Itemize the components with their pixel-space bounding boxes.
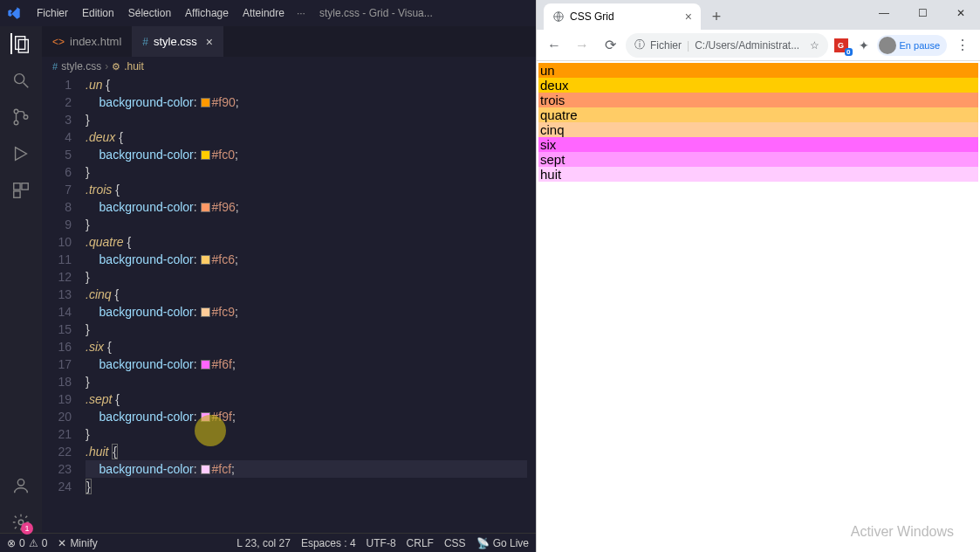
close-tab-icon[interactable]: × [685, 10, 692, 24]
grid-row-deux: deux [538, 78, 978, 93]
svg-point-2 [15, 74, 24, 84]
css-file-icon: # [142, 36, 148, 48]
grid-row-quatre: quatre [538, 107, 978, 122]
bookmark-star-icon[interactable]: ☆ [810, 39, 819, 52]
back-button[interactable]: ← [542, 33, 566, 58]
run-debug-icon[interactable] [10, 143, 31, 164]
grid-row-sept: sept [538, 152, 978, 167]
html-file-icon: <> [52, 36, 65, 48]
settings-icon[interactable] [10, 512, 31, 533]
address-bar[interactable]: ⓘ Fichier | C:/Users/Administrat... ☆ [626, 33, 828, 58]
grid-row-un: un [538, 63, 978, 78]
svg-rect-8 [22, 183, 28, 190]
svg-point-4 [14, 109, 18, 114]
extension-icon[interactable]: G [834, 38, 848, 52]
avatar-icon [879, 37, 896, 54]
menu-overflow[interactable]: ··· [297, 7, 305, 19]
address-text: C:/Users/Administrat... [695, 39, 799, 52]
status-lang[interactable]: CSS [444, 537, 466, 549]
grid-row-six: six [538, 137, 978, 152]
status-golive[interactable]: 📡 Go Live [476, 537, 529, 549]
status-indent[interactable]: Espaces : 4 [301, 537, 356, 549]
profile-label: En pause [900, 40, 940, 51]
menu-edition[interactable]: Edition [75, 7, 121, 19]
svg-point-6 [24, 115, 28, 120]
vscode-window: FichierEditionSélectionAffichageAtteindr… [0, 0, 536, 552]
globe-icon [552, 10, 565, 23]
menu-fichier[interactable]: Fichier [30, 7, 75, 19]
explorer-icon[interactable] [10, 33, 31, 54]
chrome-menu-button[interactable]: ⋮ [950, 37, 975, 53]
code-editor[interactable]: 123456789101112131415161718192021222324 … [42, 76, 536, 533]
accounts-icon[interactable] [10, 475, 31, 496]
editor-tab-index.html[interactable]: <>index.html [42, 26, 132, 57]
status-eol[interactable]: CRLF [407, 537, 434, 549]
breadcrumb-selector: .huit [124, 60, 144, 72]
css-file-icon: # [52, 61, 58, 72]
menu-atteindre[interactable]: Atteindre [236, 7, 291, 19]
close-window-button[interactable]: ✕ [942, 0, 980, 26]
status-errors[interactable]: ⊗ 0 ⚠ 0 [7, 537, 47, 549]
menu-affichage[interactable]: Affichage [178, 7, 236, 19]
svg-rect-9 [14, 191, 20, 197]
svg-line-3 [24, 83, 29, 88]
reload-button[interactable]: ⟳ [598, 33, 622, 58]
status-bar: ⊗ 0 ⚠ 0 ✕ Minify L 23, col 27 Espaces : … [0, 533, 536, 552]
svg-point-5 [14, 121, 18, 125]
minimize-button[interactable]: ― [865, 0, 903, 26]
forward-button[interactable]: → [570, 33, 594, 58]
tab-title: CSS Grid [570, 10, 614, 23]
grid-row-cinq: cinq [538, 122, 978, 137]
extensions-puzzle-icon[interactable]: ✦ [857, 38, 871, 52]
svg-point-10 [17, 480, 24, 486]
editor-area: <>index.html#style.css× # style.css › ⚙ … [42, 26, 536, 533]
profile-button[interactable]: En pause [877, 35, 947, 56]
rendered-page: undeuxtroisquatrecinqsixsepthuit Activer… [537, 61, 980, 552]
grid-row-huit: huit [538, 167, 978, 182]
site-info-icon[interactable]: ⓘ [634, 38, 645, 52]
svg-rect-7 [14, 183, 20, 190]
search-icon[interactable] [10, 70, 31, 91]
editor-tab-style.css[interactable]: #style.css× [132, 26, 223, 57]
editor-tabs: <>index.html#style.css× [42, 26, 536, 57]
css-selector-icon: ⚙ [112, 61, 120, 72]
maximize-button[interactable]: ☐ [903, 0, 942, 26]
status-encoding[interactable]: UTF-8 [367, 537, 396, 549]
extensions-icon[interactable] [10, 180, 31, 201]
breadcrumb-file: style.css [61, 60, 101, 72]
status-minify[interactable]: ✕ Minify [58, 537, 97, 549]
status-cursor[interactable]: L 23, col 27 [236, 537, 291, 549]
svg-rect-1 [18, 39, 28, 52]
chrome-window: CSS Grid × + ― ☐ ✕ ← → ⟳ ⓘ Fichier | C:/… [536, 0, 980, 552]
windows-watermark: Activer Windows [851, 524, 954, 540]
activity-bar [0, 26, 42, 533]
svg-point-11 [18, 520, 24, 525]
breadcrumb[interactable]: # style.css › ⚙ .huit [42, 57, 536, 76]
chrome-tab-strip: CSS Grid × + ― ☐ ✕ [537, 0, 980, 30]
source-control-icon[interactable] [10, 107, 31, 128]
vscode-title-bar: FichierEditionSélectionAffichageAtteindr… [0, 0, 536, 26]
vscode-logo-icon [7, 6, 21, 20]
menu-sélection[interactable]: Sélection [121, 7, 178, 19]
window-title: style.css - Grid - Visua... [319, 7, 433, 19]
menu-bar: FichierEditionSélectionAffichageAtteindr… [30, 7, 291, 19]
window-controls: ― ☐ ✕ [865, 0, 980, 26]
close-tab-icon[interactable]: × [206, 35, 213, 49]
browser-toolbar: ← → ⟳ ⓘ Fichier | C:/Users/Administrat..… [537, 30, 980, 61]
new-tab-button[interactable]: + [704, 4, 729, 29]
grid-row-trois: trois [538, 93, 978, 107]
browser-tab[interactable]: CSS Grid × [544, 3, 701, 30]
svg-rect-0 [16, 37, 25, 50]
address-prefix: Fichier [650, 39, 682, 52]
breadcrumb-sep: › [105, 60, 108, 72]
